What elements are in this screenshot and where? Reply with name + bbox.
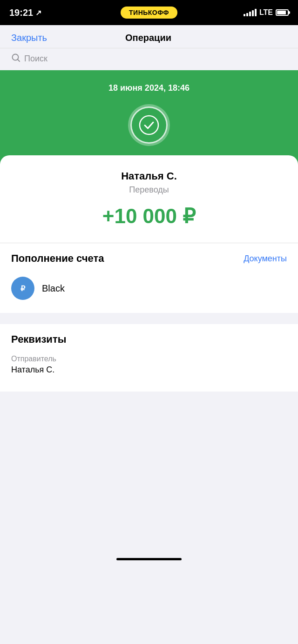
sender-requisite: Отправитель Наталья С.	[11, 355, 287, 375]
success-circle-outer	[128, 104, 170, 146]
sender-label: Отправитель	[11, 355, 287, 363]
transaction-card: Наталья С. Переводы +10 000 ₽	[0, 155, 298, 243]
svg-point-2	[140, 116, 158, 134]
nav-bar: Закрыть Операции	[0, 25, 298, 48]
home-indicator	[0, 550, 298, 568]
status-bar: 19:21 ↗ ТИНЬКОФФ LTE	[0, 0, 298, 25]
status-time: 19:21 ↗	[9, 7, 41, 18]
account-section-title: Пополнение счета	[11, 252, 104, 265]
checkmark-icon	[139, 115, 159, 135]
search-placeholder-text[interactable]: Поиск	[24, 54, 47, 64]
search-icon	[11, 53, 20, 65]
green-header: 18 июня 2024, 18:46	[0, 70, 298, 169]
success-circle-inner	[130, 106, 168, 144]
home-bar	[116, 558, 182, 560]
nav-title: Операции	[125, 33, 171, 43]
app-name-label: ТИНЬКОФФ	[129, 9, 169, 16]
documents-link[interactable]: Документы	[244, 254, 287, 264]
account-section-header: Пополнение счета Документы	[11, 252, 287, 265]
search-bar: Поиск	[0, 48, 298, 70]
transaction-category: Переводы	[11, 185, 287, 195]
requisites-section: Реквизиты Отправитель Наталья С.	[0, 324, 298, 392]
account-row: ₽ Black	[11, 273, 287, 304]
battery-icon	[276, 9, 289, 16]
transaction-amount: +10 000 ₽	[11, 204, 287, 228]
transaction-date: 18 июня 2024, 18:46	[11, 83, 287, 93]
signal-icon	[244, 9, 257, 16]
svg-line-1	[18, 60, 20, 62]
app-name-badge: ТИНЬКОФФ	[121, 7, 177, 19]
sender-name: Наталья С.	[11, 170, 287, 182]
requisites-title: Реквизиты	[11, 333, 287, 345]
location-icon: ↗	[35, 8, 41, 17]
account-name-label: Black	[42, 283, 65, 294]
ruble-icon: ₽	[16, 282, 29, 295]
account-section: Пополнение счета Документы ₽ Black	[0, 243, 298, 313]
svg-text:₽: ₽	[20, 285, 26, 292]
sender-value: Наталья С.	[11, 365, 287, 375]
status-icons: LTE	[244, 8, 289, 17]
close-button[interactable]: Закрыть	[11, 33, 47, 43]
section-spacer	[0, 313, 298, 324]
network-label: LTE	[259, 8, 273, 17]
time-label: 19:21	[9, 7, 33, 18]
app-container: Закрыть Операции Поиск 18 июня 2024, 18:…	[0, 25, 298, 644]
account-icon: ₽	[11, 277, 34, 300]
bottom-fill	[0, 392, 298, 550]
